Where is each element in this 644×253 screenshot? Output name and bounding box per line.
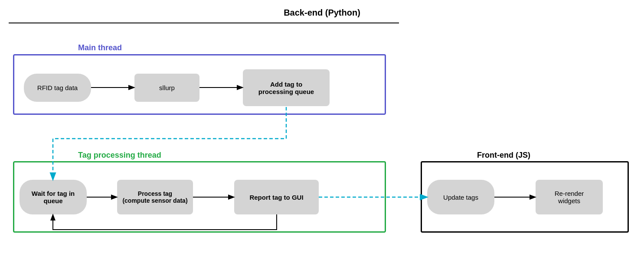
- rfid-node: RFID tag data: [24, 74, 91, 102]
- tag-thread-label: Tag processing thread: [78, 151, 161, 160]
- report-tag-node: Report tag to GUI: [234, 180, 319, 214]
- diagram: Back-end (Python) Main thread RFID tag d…: [0, 0, 644, 253]
- frontend-title: Front-end (JS): [477, 151, 530, 160]
- add-tag-node: Add tag to processing queue: [243, 69, 330, 106]
- main-thread-label: Main thread: [78, 43, 122, 52]
- process-tag-node: Process tag (compute sensor data): [117, 180, 193, 214]
- re-render-node: Re-render widgets: [536, 180, 603, 214]
- wait-for-tag-node: Wait for tag in queue: [20, 180, 87, 214]
- sllurp-node: sllurp: [134, 74, 199, 102]
- backend-separator: [9, 23, 399, 23]
- update-tags-node: Update tags: [427, 180, 494, 214]
- backend-title: Back-end (Python): [284, 8, 360, 18]
